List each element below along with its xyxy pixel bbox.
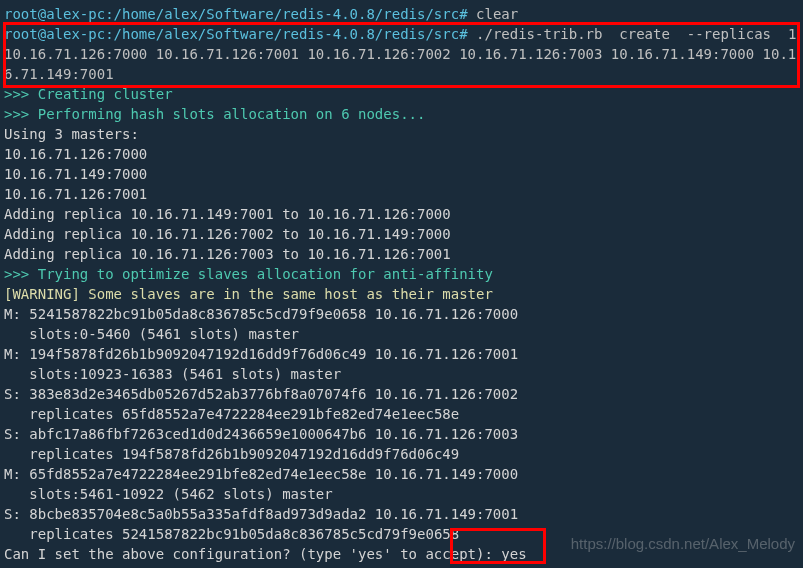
terminal-line: M: 5241587822bc91b05da8c836785c5cd79f9e0… [4, 304, 799, 324]
terminal-line: 10.16.71.126:7001 [4, 184, 799, 204]
terminal-line: root@alex-pc:/home/alex/Software/redis-4… [4, 24, 799, 84]
terminal-line: M: 194f5878fd26b1b9092047192d16dd9f76d06… [4, 344, 799, 364]
terminal-line: Adding replica 10.16.71.149:7001 to 10.1… [4, 204, 799, 224]
terminal-line: Using 3 masters: [4, 124, 799, 144]
terminal-line: M: 65fd8552a7e4722284ee291bfe82ed74e1eec… [4, 464, 799, 484]
terminal-line: replicates 194f5878fd26b1b9092047192d16d… [4, 444, 799, 464]
terminal-line: root@alex-pc:/home/alex/Software/redis-4… [4, 4, 799, 24]
terminal-line: replicates 65fd8552a7e4722284ee291bfe82e… [4, 404, 799, 424]
terminal-line: slots:10923-16383 (5461 slots) master [4, 364, 799, 384]
terminal-line: >>> Trying to optimize slaves allocation… [4, 264, 799, 284]
terminal-line: S: abfc17a86fbf7263ced1d0d2436659e100064… [4, 424, 799, 444]
terminal-line: S: 383e83d2e3465db05267d52ab3776bf8a0707… [4, 384, 799, 404]
terminal-line: Adding replica 10.16.71.126:7003 to 10.1… [4, 244, 799, 264]
terminal-line: 10.16.71.149:7000 [4, 164, 799, 184]
terminal-line: [WARNING] Some slaves are in the same ho… [4, 284, 799, 304]
terminal-line: >>> Performing hash slots allocation on … [4, 104, 799, 124]
terminal-line: S: 8bcbe835704e8c5a0b55a335afdf8ad973d9a… [4, 504, 799, 524]
terminal-line: replicates 5241587822bc91b05da8c836785c5… [4, 524, 799, 544]
terminal-line: 10.16.71.126:7000 [4, 144, 799, 164]
terminal-line: slots:0-5460 (5461 slots) master [4, 324, 799, 344]
terminal-line: Adding replica 10.16.71.126:7002 to 10.1… [4, 224, 799, 244]
terminal-output[interactable]: root@alex-pc:/home/alex/Software/redis-4… [4, 4, 799, 564]
terminal-line: >>> Creating cluster [4, 84, 799, 104]
terminal-line: Can I set the above configuration? (type… [4, 544, 799, 564]
terminal-line: slots:5461-10922 (5462 slots) master [4, 484, 799, 504]
